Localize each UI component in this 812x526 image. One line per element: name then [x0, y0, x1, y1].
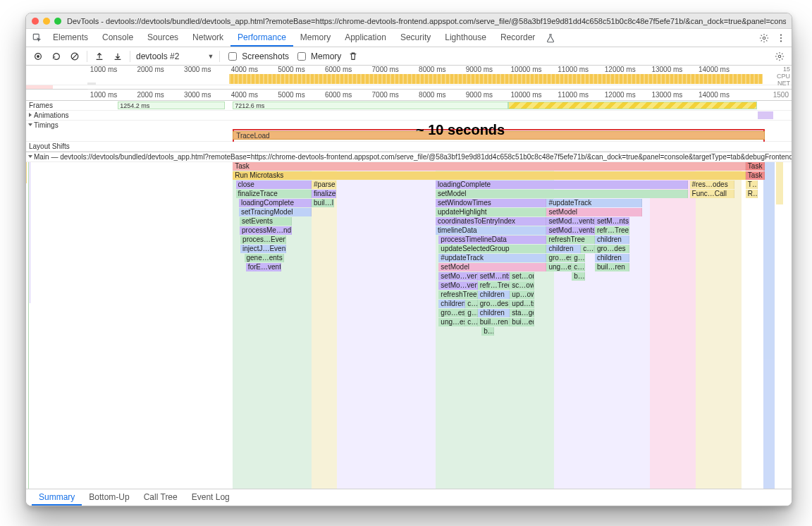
flame-bar[interactable]: forE…vent	[246, 263, 281, 271]
details-tab-event-log[interactable]: Event Log	[185, 489, 237, 506]
flame-bar[interactable]: ung…es	[438, 318, 465, 326]
flame-bar[interactable]: g…	[465, 309, 477, 317]
flame-bar[interactable]: close	[236, 181, 312, 189]
flame-bar[interactable]: children	[595, 254, 629, 262]
flame-bar[interactable]: coordinatesToEntryIndex	[436, 217, 546, 226]
settings-gear-icon[interactable]	[758, 32, 770, 44]
capture-settings-gear-icon[interactable]	[773, 50, 786, 63]
flame-bar[interactable]: children	[546, 245, 581, 253]
flame-microtasks[interactable]: Run Microtasks	[233, 171, 746, 180]
flame-bar[interactable]: updateHighlight	[436, 208, 546, 216]
kebab-menu-icon[interactable]	[775, 32, 787, 44]
tab-security[interactable]: Security	[393, 29, 438, 47]
flame-bar[interactable]: setWindowTimes	[436, 199, 546, 207]
flame-bar[interactable]: set…on	[510, 272, 534, 281]
track-animations[interactable]: Animations	[26, 111, 792, 121]
flame-bar[interactable]: refreshTree	[438, 290, 477, 299]
flame-bar[interactable]: buil…ren	[478, 318, 510, 326]
track-layout-shifts[interactable]: Layout Shifts	[26, 142, 792, 152]
flame-chart[interactable]: Task Task Run Microtasks Task close #par…	[26, 162, 792, 494]
flame-bar[interactable]: children	[478, 290, 510, 299]
inspect-icon[interactable]	[29, 29, 46, 47]
flame-bar[interactable]: refr…Tree	[478, 281, 510, 290]
flame-bar[interactable]: setModel	[436, 190, 688, 198]
flame-bar[interactable]: sc…ow	[510, 281, 534, 290]
flame-bar[interactable]: R…	[746, 190, 758, 198]
tab-lighthouse[interactable]: Lighthouse	[438, 29, 493, 47]
flame-task[interactable]: Task	[746, 162, 765, 171]
main-thread-header[interactable]: Main — devtools://devtools/bundled/devto…	[26, 152, 792, 162]
flame-bar[interactable]: processMe…ndThreads	[240, 226, 292, 235]
flame-bar[interactable]: setM…nts	[595, 217, 629, 226]
flame-bar[interactable]: #updateTrack	[438, 254, 546, 262]
flame-bar[interactable]: g…s	[572, 254, 584, 262]
flame-bar[interactable]: #parse	[312, 181, 336, 189]
gc-trash-icon[interactable]	[347, 50, 359, 63]
flame-bar[interactable]: #res…odes	[690, 181, 734, 189]
flame-bar[interactable]: setModel	[546, 208, 642, 216]
flame-bar[interactable]: children	[595, 236, 629, 244]
tab-sources[interactable]: Sources	[140, 29, 185, 47]
frame-bar-long[interactable]	[508, 102, 757, 109]
session-selector[interactable]: devtools #2 ▼	[136, 51, 214, 61]
flame-bar[interactable]: buil…lls	[312, 199, 333, 207]
timing-traceload[interactable]: TraceLoad	[233, 131, 765, 140]
flame-bar[interactable]: upd…ts	[510, 300, 534, 308]
frame-bar[interactable]: 7212.6 ms	[233, 102, 508, 109]
flame-bar[interactable]: refr…Tree	[595, 226, 629, 235]
flame-bar[interactable]: #updateTrack	[546, 199, 642, 207]
flame-bar[interactable]: ung…es	[546, 263, 572, 271]
flame-bar[interactable]: children	[438, 300, 465, 308]
load-profile-button[interactable]	[93, 50, 106, 63]
flame-task[interactable]: Task	[233, 162, 746, 171]
flame-bar[interactable]: setMod…vents	[546, 217, 594, 226]
flame-bar[interactable]: T…	[746, 181, 758, 189]
traffic-light-minimize[interactable]	[43, 18, 50, 25]
flame-bar[interactable]: gro…des	[478, 300, 510, 308]
tab-console[interactable]: Console	[95, 29, 140, 47]
flame-bar[interactable]: finalizeTrace	[236, 190, 312, 198]
traffic-light-close[interactable]	[32, 18, 39, 25]
tab-memory[interactable]: Memory	[293, 29, 338, 47]
flame-bar[interactable]: c…n	[572, 263, 584, 271]
track-frames[interactable]: Frames 1254.2 ms 7212.6 ms	[26, 101, 792, 111]
memory-checkbox[interactable]: Memory	[295, 50, 341, 63]
flame-bar[interactable]: Func…Call	[690, 190, 734, 198]
flame-bar[interactable]: gro…des	[595, 245, 629, 253]
flame-bar[interactable]: timelineData	[436, 226, 546, 235]
tab-elements[interactable]: Elements	[46, 29, 95, 47]
save-profile-button[interactable]	[111, 50, 124, 63]
details-tab-summary[interactable]: Summary	[32, 489, 82, 506]
flame-bar[interactable]: c…n	[581, 245, 595, 253]
flame-bar[interactable]: sta…ge	[510, 309, 534, 317]
record-button[interactable]	[32, 50, 44, 63]
reload-record-button[interactable]	[50, 50, 63, 63]
flame-bar[interactable]: setM…nts	[478, 272, 510, 281]
flame-bar[interactable]: setMo…vents	[438, 281, 477, 290]
flame-bar[interactable]: setEvents	[240, 217, 292, 226]
flame-bar[interactable]: loadingComplete	[239, 199, 312, 207]
flame-bar[interactable]: gene…ents	[245, 254, 284, 262]
flame-bar[interactable]: b…n	[572, 272, 584, 281]
track-timings[interactable]: Timings TraceLoad	[26, 121, 792, 142]
flame-bar[interactable]: up…ow	[510, 290, 534, 299]
flame-bar[interactable]: updateSelectedGroup	[438, 245, 546, 253]
frame-bar[interactable]: 1254.2 ms	[118, 102, 225, 109]
flame-bar[interactable]: setMod…vents	[546, 226, 594, 235]
animation-bar[interactable]	[758, 111, 773, 119]
flame-bar[interactable]: b…	[481, 327, 493, 336]
flame-bar[interactable]: bui…ed	[510, 318, 534, 326]
tab-recorder[interactable]: Recorder	[493, 29, 542, 47]
details-tab-bottom-up[interactable]: Bottom-Up	[82, 489, 136, 506]
flame-bar[interactable]: refreshTree	[546, 236, 594, 244]
flame-bar[interactable]: gro…es	[546, 254, 572, 262]
flame-bar[interactable]: setMo…vents	[438, 272, 477, 281]
flame-bar[interactable]: injectJ…Events	[240, 245, 286, 253]
details-tab-call-tree[interactable]: Call Tree	[137, 489, 185, 506]
tab-performance[interactable]: Performance	[230, 29, 293, 47]
flame-bar[interactable]: processTimelineData	[438, 236, 546, 244]
flame-bar[interactable]: buil…ren	[595, 263, 629, 271]
flame-bar[interactable]: proces…Events	[240, 236, 286, 244]
flame-bar[interactable]: setTracingModel	[239, 208, 312, 216]
clear-button[interactable]	[68, 50, 81, 63]
